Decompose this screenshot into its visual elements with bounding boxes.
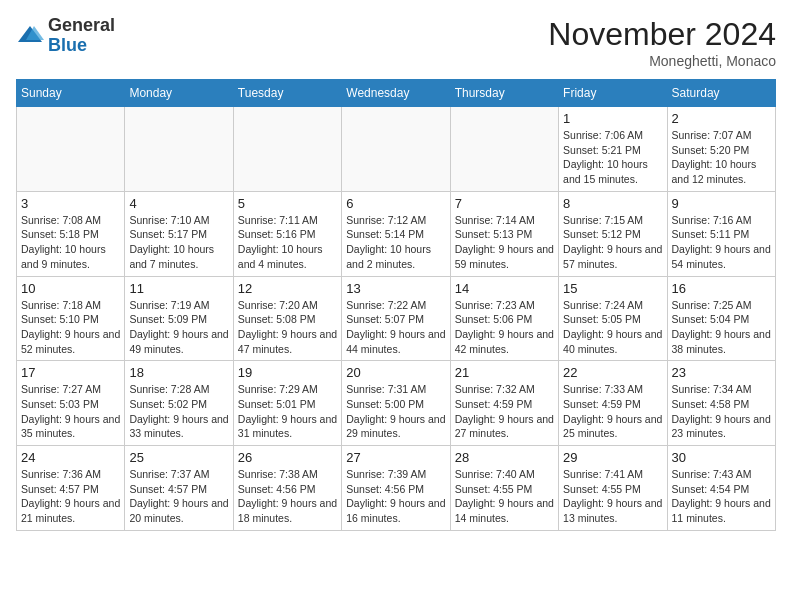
table-row	[342, 107, 450, 192]
day-info: Sunrise: 7:41 AM Sunset: 4:55 PM Dayligh…	[563, 467, 662, 526]
day-number: 5	[238, 196, 337, 211]
day-info: Sunrise: 7:19 AM Sunset: 5:09 PM Dayligh…	[129, 298, 228, 357]
day-number: 26	[238, 450, 337, 465]
header-sunday: Sunday	[17, 80, 125, 107]
title-block: November 2024 Moneghetti, Monaco	[548, 16, 776, 69]
page-header: General Blue November 2024 Moneghetti, M…	[16, 16, 776, 69]
day-number: 25	[129, 450, 228, 465]
table-row: 22Sunrise: 7:33 AM Sunset: 4:59 PM Dayli…	[559, 361, 667, 446]
table-row: 17Sunrise: 7:27 AM Sunset: 5:03 PM Dayli…	[17, 361, 125, 446]
table-row: 19Sunrise: 7:29 AM Sunset: 5:01 PM Dayli…	[233, 361, 341, 446]
day-number: 9	[672, 196, 771, 211]
table-row: 12Sunrise: 7:20 AM Sunset: 5:08 PM Dayli…	[233, 276, 341, 361]
day-number: 19	[238, 365, 337, 380]
table-row: 29Sunrise: 7:41 AM Sunset: 4:55 PM Dayli…	[559, 446, 667, 531]
header-thursday: Thursday	[450, 80, 558, 107]
header-wednesday: Wednesday	[342, 80, 450, 107]
day-number: 10	[21, 281, 120, 296]
day-number: 6	[346, 196, 445, 211]
header-saturday: Saturday	[667, 80, 775, 107]
logo-blue: Blue	[48, 35, 87, 55]
table-row: 6Sunrise: 7:12 AM Sunset: 5:14 PM Daylig…	[342, 191, 450, 276]
table-row: 20Sunrise: 7:31 AM Sunset: 5:00 PM Dayli…	[342, 361, 450, 446]
calendar-week-row: 10Sunrise: 7:18 AM Sunset: 5:10 PM Dayli…	[17, 276, 776, 361]
day-info: Sunrise: 7:10 AM Sunset: 5:17 PM Dayligh…	[129, 213, 228, 272]
day-info: Sunrise: 7:32 AM Sunset: 4:59 PM Dayligh…	[455, 382, 554, 441]
calendar-table: Sunday Monday Tuesday Wednesday Thursday…	[16, 79, 776, 531]
day-number: 3	[21, 196, 120, 211]
day-number: 24	[21, 450, 120, 465]
table-row: 10Sunrise: 7:18 AM Sunset: 5:10 PM Dayli…	[17, 276, 125, 361]
day-info: Sunrise: 7:36 AM Sunset: 4:57 PM Dayligh…	[21, 467, 120, 526]
table-row: 15Sunrise: 7:24 AM Sunset: 5:05 PM Dayli…	[559, 276, 667, 361]
day-info: Sunrise: 7:39 AM Sunset: 4:56 PM Dayligh…	[346, 467, 445, 526]
day-info: Sunrise: 7:18 AM Sunset: 5:10 PM Dayligh…	[21, 298, 120, 357]
table-row: 18Sunrise: 7:28 AM Sunset: 5:02 PM Dayli…	[125, 361, 233, 446]
table-row: 3Sunrise: 7:08 AM Sunset: 5:18 PM Daylig…	[17, 191, 125, 276]
day-info: Sunrise: 7:38 AM Sunset: 4:56 PM Dayligh…	[238, 467, 337, 526]
table-row: 24Sunrise: 7:36 AM Sunset: 4:57 PM Dayli…	[17, 446, 125, 531]
day-number: 27	[346, 450, 445, 465]
table-row: 7Sunrise: 7:14 AM Sunset: 5:13 PM Daylig…	[450, 191, 558, 276]
table-row	[125, 107, 233, 192]
day-number: 18	[129, 365, 228, 380]
table-row: 23Sunrise: 7:34 AM Sunset: 4:58 PM Dayli…	[667, 361, 775, 446]
table-row: 11Sunrise: 7:19 AM Sunset: 5:09 PM Dayli…	[125, 276, 233, 361]
day-info: Sunrise: 7:40 AM Sunset: 4:55 PM Dayligh…	[455, 467, 554, 526]
day-info: Sunrise: 7:43 AM Sunset: 4:54 PM Dayligh…	[672, 467, 771, 526]
day-info: Sunrise: 7:22 AM Sunset: 5:07 PM Dayligh…	[346, 298, 445, 357]
month-title: November 2024	[548, 16, 776, 53]
day-number: 2	[672, 111, 771, 126]
day-number: 7	[455, 196, 554, 211]
table-row: 4Sunrise: 7:10 AM Sunset: 5:17 PM Daylig…	[125, 191, 233, 276]
day-number: 15	[563, 281, 662, 296]
day-info: Sunrise: 7:14 AM Sunset: 5:13 PM Dayligh…	[455, 213, 554, 272]
logo-general: General	[48, 15, 115, 35]
day-number: 17	[21, 365, 120, 380]
table-row: 5Sunrise: 7:11 AM Sunset: 5:16 PM Daylig…	[233, 191, 341, 276]
table-row	[233, 107, 341, 192]
days-header-row: Sunday Monday Tuesday Wednesday Thursday…	[17, 80, 776, 107]
day-info: Sunrise: 7:15 AM Sunset: 5:12 PM Dayligh…	[563, 213, 662, 272]
table-row	[17, 107, 125, 192]
calendar-week-row: 17Sunrise: 7:27 AM Sunset: 5:03 PM Dayli…	[17, 361, 776, 446]
table-row	[450, 107, 558, 192]
day-info: Sunrise: 7:27 AM Sunset: 5:03 PM Dayligh…	[21, 382, 120, 441]
table-row: 1Sunrise: 7:06 AM Sunset: 5:21 PM Daylig…	[559, 107, 667, 192]
day-info: Sunrise: 7:12 AM Sunset: 5:14 PM Dayligh…	[346, 213, 445, 272]
day-info: Sunrise: 7:29 AM Sunset: 5:01 PM Dayligh…	[238, 382, 337, 441]
table-row: 9Sunrise: 7:16 AM Sunset: 5:11 PM Daylig…	[667, 191, 775, 276]
calendar-week-row: 1Sunrise: 7:06 AM Sunset: 5:21 PM Daylig…	[17, 107, 776, 192]
day-info: Sunrise: 7:28 AM Sunset: 5:02 PM Dayligh…	[129, 382, 228, 441]
logo-text: General Blue	[48, 16, 115, 56]
table-row: 13Sunrise: 7:22 AM Sunset: 5:07 PM Dayli…	[342, 276, 450, 361]
table-row: 26Sunrise: 7:38 AM Sunset: 4:56 PM Dayli…	[233, 446, 341, 531]
table-row: 30Sunrise: 7:43 AM Sunset: 4:54 PM Dayli…	[667, 446, 775, 531]
day-info: Sunrise: 7:33 AM Sunset: 4:59 PM Dayligh…	[563, 382, 662, 441]
day-number: 22	[563, 365, 662, 380]
day-number: 8	[563, 196, 662, 211]
table-row: 27Sunrise: 7:39 AM Sunset: 4:56 PM Dayli…	[342, 446, 450, 531]
logo: General Blue	[16, 16, 115, 56]
day-info: Sunrise: 7:06 AM Sunset: 5:21 PM Dayligh…	[563, 128, 662, 187]
day-number: 13	[346, 281, 445, 296]
day-number: 14	[455, 281, 554, 296]
table-row: 16Sunrise: 7:25 AM Sunset: 5:04 PM Dayli…	[667, 276, 775, 361]
day-info: Sunrise: 7:31 AM Sunset: 5:00 PM Dayligh…	[346, 382, 445, 441]
day-number: 1	[563, 111, 662, 126]
logo-icon	[16, 22, 44, 50]
day-info: Sunrise: 7:08 AM Sunset: 5:18 PM Dayligh…	[21, 213, 120, 272]
day-info: Sunrise: 7:11 AM Sunset: 5:16 PM Dayligh…	[238, 213, 337, 272]
day-number: 29	[563, 450, 662, 465]
day-number: 4	[129, 196, 228, 211]
day-info: Sunrise: 7:24 AM Sunset: 5:05 PM Dayligh…	[563, 298, 662, 357]
day-number: 12	[238, 281, 337, 296]
table-row: 14Sunrise: 7:23 AM Sunset: 5:06 PM Dayli…	[450, 276, 558, 361]
table-row: 8Sunrise: 7:15 AM Sunset: 5:12 PM Daylig…	[559, 191, 667, 276]
table-row: 28Sunrise: 7:40 AM Sunset: 4:55 PM Dayli…	[450, 446, 558, 531]
table-row: 2Sunrise: 7:07 AM Sunset: 5:20 PM Daylig…	[667, 107, 775, 192]
day-info: Sunrise: 7:25 AM Sunset: 5:04 PM Dayligh…	[672, 298, 771, 357]
day-info: Sunrise: 7:34 AM Sunset: 4:58 PM Dayligh…	[672, 382, 771, 441]
location: Moneghetti, Monaco	[548, 53, 776, 69]
day-number: 21	[455, 365, 554, 380]
